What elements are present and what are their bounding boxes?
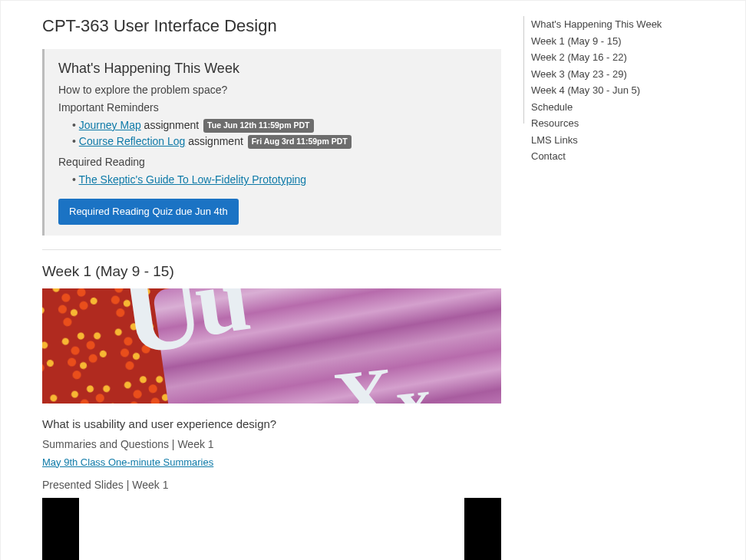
section-divider bbox=[42, 249, 501, 250]
page-title: CPT-363 User Interface Design bbox=[42, 13, 501, 38]
summaries-label: Summaries and Questions | Week 1 bbox=[42, 436, 501, 453]
reminder-suffix: assignment bbox=[141, 119, 202, 131]
reminders-label: Important Reminders bbox=[58, 100, 487, 116]
toc-item-resources[interactable]: Resources bbox=[531, 115, 710, 132]
callout-heading: What's Happening This Week bbox=[58, 58, 487, 79]
slides-embed[interactable]: CPT-363 Placeholder Slides "A work in pr… bbox=[42, 498, 501, 560]
reading-link[interactable]: The Skeptic's Guide To Low-Fidelity Prot… bbox=[79, 173, 307, 186]
reminder-item: Journey Map assignment Tue Jun 12th 11:5… bbox=[72, 117, 487, 133]
toc-item-lms-links[interactable]: LMS Links bbox=[531, 132, 710, 149]
week1-title: Week 1 (May 9 - 15) bbox=[42, 261, 501, 283]
reminder-item: Course Reflection Log assignment Fri Aug… bbox=[72, 133, 487, 150]
toc-item-week2[interactable]: Week 2 (May 16 - 22) bbox=[531, 49, 710, 66]
reflection-log-link[interactable]: Course Reflection Log bbox=[79, 135, 186, 147]
toc-item-contact[interactable]: Contact bbox=[531, 148, 710, 165]
journey-map-link[interactable]: Journey Map bbox=[79, 119, 141, 131]
slides-label: Presented Slides | Week 1 bbox=[42, 477, 501, 493]
toc-item-week3[interactable]: Week 3 (May 23 - 29) bbox=[531, 66, 710, 83]
due-badge: Fri Aug 3rd 11:59pm PDT bbox=[248, 135, 352, 149]
toc-item-week4[interactable]: Week 4 (May 30 - Jun 5) bbox=[531, 82, 710, 99]
weekly-callout: What's Happening This Week How to explor… bbox=[42, 49, 501, 236]
reading-label: Required Reading bbox=[58, 154, 487, 170]
toc-item-schedule[interactable]: Schedule bbox=[531, 99, 710, 116]
week1-banner-image: U u X x bbox=[42, 288, 501, 404]
callout-subtitle: How to explore the problem space? bbox=[58, 82, 487, 98]
quiz-button[interactable]: Required Reading Quiz due Jun 4th bbox=[58, 199, 239, 225]
summary-link[interactable]: May 9th Class One-minute Summaries bbox=[42, 455, 213, 470]
toc-item-whats-happening[interactable]: What's Happening This Week bbox=[531, 16, 710, 33]
reading-item: The Skeptic's Guide To Low-Fidelity Prot… bbox=[72, 172, 487, 188]
due-badge: Tue Jun 12th 11:59pm PDT bbox=[203, 119, 313, 133]
reminder-suffix: assignment bbox=[185, 135, 246, 147]
week1-question: What is usability and user experience de… bbox=[42, 416, 501, 433]
page-toc: What's Happening This Week Week 1 (May 9… bbox=[523, 1, 722, 560]
toc-item-week1[interactable]: Week 1 (May 9 - 15) bbox=[531, 33, 710, 50]
